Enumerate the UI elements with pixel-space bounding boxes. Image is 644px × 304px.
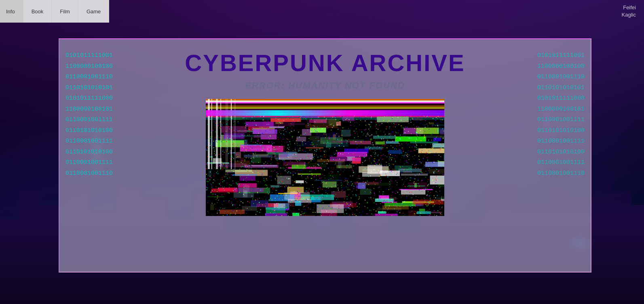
card-subtitle: ERROR: HUMANITY NOT FOUND: [245, 80, 405, 91]
nav-book[interactable]: Book: [23, 0, 52, 23]
main-card: 0101011111001 1100000100100 011000100111…: [59, 38, 591, 273]
card-title: CYBERPUNK ARCHIVE: [185, 49, 465, 76]
nav-info[interactable]: Info: [0, 0, 23, 23]
navbar: Info Book Film Game: [0, 0, 109, 23]
binary-left: 0101011111001 1100000100100 011000100111…: [65, 51, 113, 260]
glitch-canvas: [206, 99, 444, 216]
glitch-image: [206, 99, 444, 216]
binary-right: 0101011111001 1100000100100 011000100111…: [537, 51, 585, 260]
nav-film[interactable]: Film: [52, 0, 78, 23]
nav-game[interactable]: Game: [78, 0, 109, 23]
user-name: Feifei Kaglic: [622, 4, 636, 19]
